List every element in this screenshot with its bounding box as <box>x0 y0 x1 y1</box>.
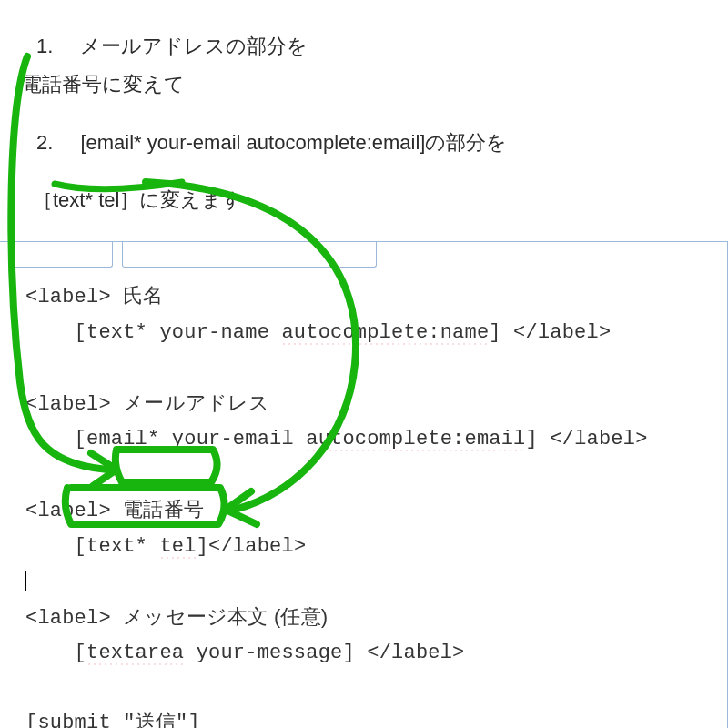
code-line-11: [textarea your-message] </label> <box>25 642 465 665</box>
code-line-1: <label> 氏名 <box>25 286 164 308</box>
instruction-block: 1.メールアドレスの部分を 電話番号に変えて 2.[email* your-em… <box>0 0 728 219</box>
instruction-2-number: 2. <box>36 124 80 162</box>
instruction-2-line2: ［text* tel］に変えます <box>33 181 717 219</box>
instruction-1-line2: 電話番号に変えて <box>22 66 717 104</box>
code-line-7: <label> 電話番号 <box>25 500 204 522</box>
instruction-2-line1: 2.[email* your-email autocomplete:email]… <box>36 124 717 162</box>
editor-tab-2[interactable] <box>122 242 377 268</box>
code-content[interactable]: <label> 氏名 [text* your-name autocomplete… <box>0 269 727 728</box>
tab-strip <box>0 242 727 269</box>
text-cursor <box>25 571 26 591</box>
editor-tab-1[interactable] <box>11 242 113 268</box>
instruction-1-number: 1. <box>36 27 80 66</box>
code-line-8: [text* tel]</label> <box>25 535 306 559</box>
instruction-1-line1: 1.メールアドレスの部分を <box>36 27 717 66</box>
code-line-2: [text* your-name autocomplete:name] </la… <box>25 321 611 345</box>
instruction-1-text-a: メールアドレスの部分を <box>80 35 308 57</box>
code-line-10: <label> メッセージ本文 (任意) <box>25 607 328 630</box>
code-line-4: <label> メールアドレス <box>25 393 270 416</box>
code-editor[interactable]: <label> 氏名 [text* your-name autocomplete… <box>0 241 728 728</box>
code-line-5: [email* your-email autocomplete:email] <… <box>25 428 648 451</box>
code-line-13: [submit "送信"] <box>25 712 200 728</box>
instruction-2-text-a: [email* your-email autocomplete:email]の部… <box>80 131 507 154</box>
